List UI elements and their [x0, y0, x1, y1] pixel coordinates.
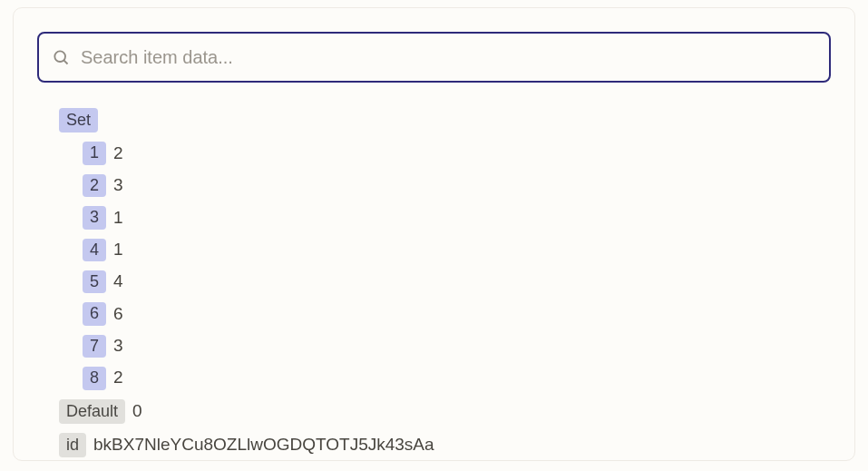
- tree-node-set-item[interactable]: 66: [59, 302, 831, 325]
- svg-line-1: [63, 60, 67, 64]
- search-input[interactable]: [81, 47, 816, 68]
- tree-node-set-item[interactable]: 73: [59, 335, 831, 358]
- key-badge-id: id: [59, 433, 86, 457]
- tree-value: 3: [113, 335, 123, 358]
- tree-value: 0: [132, 400, 142, 423]
- data-panel: Set 1223314154667382 Default 0 id bkBX7N…: [13, 7, 855, 461]
- tree-value: 2: [113, 142, 123, 165]
- tree-value: 1: [113, 207, 123, 230]
- tree-value: 3: [113, 174, 123, 197]
- key-badge-set: Set: [59, 108, 98, 132]
- key-badge-index: 8: [83, 367, 106, 389]
- tree-node-set-item[interactable]: 23: [59, 174, 831, 197]
- search-icon: [52, 48, 70, 66]
- tree-content[interactable]: Set 1223314154667382 Default 0 id bkBX7N…: [14, 99, 854, 460]
- search-box[interactable]: [37, 32, 831, 83]
- tree-value: bkBX7NleYCu8OZLlwOGDQTOTJ5Jk43sAa: [93, 434, 434, 456]
- search-wrap: [14, 8, 854, 99]
- tree-node-default[interactable]: Default 0: [59, 399, 831, 424]
- tree-value: 1: [113, 239, 123, 261]
- key-badge-index: 6: [83, 302, 106, 325]
- tree-value: 6: [113, 303, 123, 326]
- tree-node-set[interactable]: Set: [59, 108, 831, 132]
- tree-node-set-item[interactable]: 41: [59, 239, 831, 261]
- svg-point-0: [54, 51, 65, 62]
- key-badge-index: 4: [83, 239, 106, 261]
- tree-value: 2: [113, 367, 123, 389]
- key-badge-index: 3: [83, 206, 106, 229]
- tree-node-set-item[interactable]: 12: [59, 142, 831, 164]
- key-badge-default: Default: [59, 399, 125, 424]
- tree-node-set-item[interactable]: 82: [59, 367, 831, 389]
- key-badge-index: 7: [83, 335, 106, 358]
- key-badge-index: 1: [83, 142, 106, 164]
- key-badge-index: 2: [83, 174, 106, 197]
- tree-value: 4: [113, 270, 123, 293]
- tree-node-set-item[interactable]: 31: [59, 206, 831, 229]
- tree-node-set-item[interactable]: 54: [59, 270, 831, 293]
- tree-node-id[interactable]: id bkBX7NleYCu8OZLlwOGDQTOTJ5Jk43sAa: [59, 433, 831, 457]
- key-badge-index: 5: [83, 270, 106, 293]
